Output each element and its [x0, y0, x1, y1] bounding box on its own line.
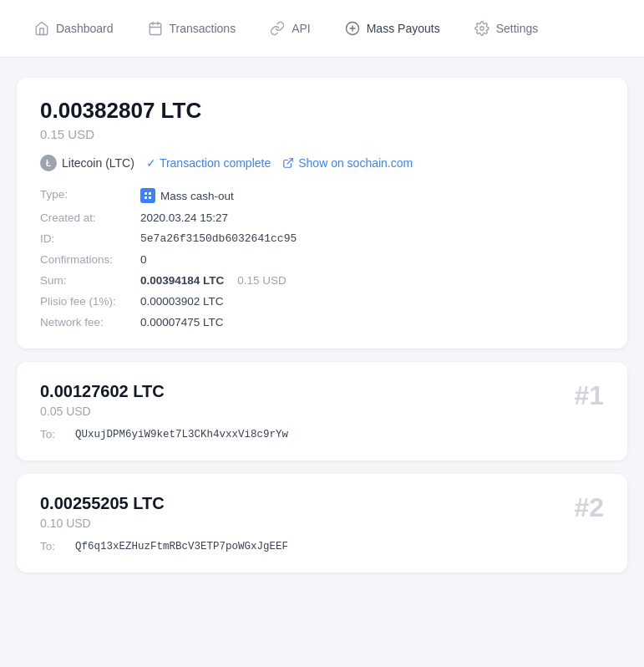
sochain-link[interactable]: Show on sochain.com [282, 156, 413, 170]
svg-rect-0 [150, 23, 161, 35]
nav-item-api[interactable]: API [256, 13, 324, 43]
litecoin-icon: Ł [40, 155, 57, 171]
main-content: 0.00382807 LTC 0.15 USD Ł Litecoin (LTC)… [0, 58, 644, 593]
coin-label: Litecoin (LTC) [62, 156, 134, 170]
sub-1-to-row: To: QUxujDPM6yiW9ket7L3CKh4vxxVi8c9rYw [40, 428, 288, 440]
main-amount: 0.00382807 LTC [40, 98, 604, 124]
plisio-fee-value: 0.00003902 LTC [140, 295, 604, 308]
nav-settings-label: Settings [496, 22, 539, 35]
sub-1-amount: 0.00127602 LTC [40, 382, 288, 401]
sub-card-1-left: 0.00127602 LTC 0.05 USD To: QUxujDPM6yiW… [40, 382, 288, 440]
created-label: Created at: [40, 211, 140, 224]
nav-transactions-label: Transactions [170, 22, 236, 35]
svg-point-7 [479, 27, 484, 31]
details-table: Type: Mass cash-out Created at: 2020.03.… [40, 188, 604, 328]
nav-item-settings[interactable]: Settings [460, 13, 552, 43]
sub-1-address: QUxujDPM6yiW9ket7L3CKh4vxxVi8c9rYw [75, 429, 288, 440]
confirmations-value: 0 [140, 253, 604, 266]
sum-usd: 0.15 USD [237, 274, 287, 287]
svg-rect-9 [145, 192, 147, 195]
sub-2-to-row: To: Qf6q13xEZHuzFtmRBcV3ETP7poWGxJgEEF [40, 540, 288, 552]
main-nav: Dashboard Transactions API [0, 0, 644, 58]
svg-rect-11 [145, 196, 147, 199]
confirmations-label: Confirmations: [40, 253, 140, 266]
sub-1-usd: 0.05 USD [40, 405, 288, 418]
mass-cashout-icon [140, 188, 155, 203]
svg-line-8 [287, 159, 292, 164]
type-value: Mass cash-out [140, 188, 604, 203]
plisio-fee-label: Plisio fee (1%): [40, 295, 140, 308]
sub-2-to-label: To: [40, 540, 65, 552]
nav-api-label: API [292, 22, 311, 35]
calendar-icon [147, 20, 164, 37]
svg-rect-12 [149, 196, 151, 199]
network-fee-label: Network fee: [40, 316, 140, 328]
nav-dashboard-label: Dashboard [56, 22, 114, 35]
sub-2-number: #2 [574, 494, 604, 521]
sub-card-2: 0.00255205 LTC 0.10 USD To: Qf6q13xEZHuz… [17, 474, 627, 573]
type-label: Type: [40, 188, 140, 203]
main-amount-usd: 0.15 USD [40, 127, 604, 141]
sub-2-amount: 0.00255205 LTC [40, 494, 288, 513]
status-row: Ł Litecoin (LTC) ✓ Transaction complete … [40, 155, 604, 171]
sum-ltc: 0.00394184 LTC [140, 274, 224, 287]
id-label: ID: [40, 232, 140, 245]
mass-payouts-icon [344, 20, 361, 37]
sub-2-usd: 0.10 USD [40, 517, 288, 530]
nav-mass-payouts-label: Mass Payouts [367, 22, 440, 35]
svg-rect-10 [149, 192, 151, 195]
type-text: Mass cash-out [160, 190, 234, 202]
sub-2-address: Qf6q13xEZHuzFtmRBcV3ETP7poWGxJgEEF [75, 541, 288, 552]
status-label: Transaction complete [160, 156, 271, 170]
sub-card-2-left: 0.00255205 LTC 0.10 USD To: Qf6q13xEZHuz… [40, 494, 288, 552]
sub-1-number: #1 [574, 382, 604, 409]
api-icon [269, 20, 286, 37]
home-icon [33, 20, 50, 37]
sochain-label: Show on sochain.com [298, 156, 413, 170]
gear-icon [474, 20, 490, 37]
id-value: 5e7a26f3150db6032641cc95 [140, 232, 604, 245]
sum-label: Sum: [40, 274, 140, 287]
nav-item-mass-payouts[interactable]: Mass Payouts [331, 13, 454, 43]
network-fee-value: 0.00007475 LTC [140, 316, 604, 328]
check-icon: ✓ [146, 156, 156, 170]
transaction-status: ✓ Transaction complete [146, 156, 271, 170]
nav-item-transactions[interactable]: Transactions [134, 13, 250, 43]
created-value: 2020.03.24 15:27 [140, 211, 604, 224]
sub-card-1: 0.00127602 LTC 0.05 USD To: QUxujDPM6yiW… [17, 362, 627, 461]
sub-1-to-label: To: [40, 428, 65, 440]
sum-value: 0.00394184 LTC 0.15 USD [140, 274, 604, 287]
nav-item-dashboard[interactable]: Dashboard [20, 13, 127, 43]
coin-badge: Ł Litecoin (LTC) [40, 155, 134, 171]
main-transaction-card: 0.00382807 LTC 0.15 USD Ł Litecoin (LTC)… [17, 78, 627, 349]
external-link-icon [282, 157, 294, 169]
